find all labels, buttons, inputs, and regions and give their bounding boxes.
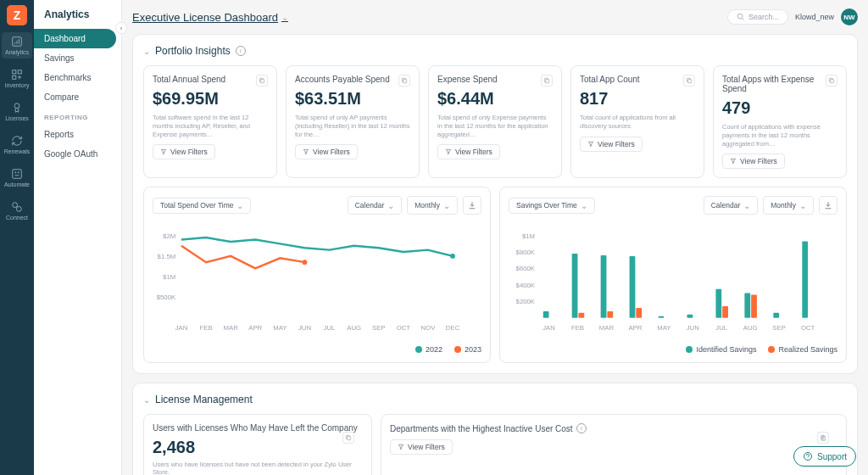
download-button[interactable]	[463, 196, 481, 215]
svg-text:MAR: MAR	[599, 324, 615, 332]
sidebar-item-dashboard[interactable]: Dashboard	[34, 29, 116, 48]
svg-point-8	[13, 203, 18, 208]
svg-text:SEP: SEP	[772, 324, 786, 332]
info-icon[interactable]: i	[236, 46, 246, 56]
svg-rect-5	[13, 170, 22, 179]
period-dropdown[interactable]: Monthly ⌄	[407, 196, 458, 215]
svg-rect-58	[744, 293, 750, 318]
legend-2023[interactable]: 2023	[454, 345, 481, 354]
user-label[interactable]: Klowd_new	[795, 13, 834, 21]
svg-text:AUG: AUG	[347, 324, 361, 332]
kpi-value: 479	[722, 98, 837, 118]
kpi-card-2: Expense Spend $6.44M Total spend of only…	[428, 65, 562, 178]
svg-rect-65	[822, 437, 826, 440]
collapse-sidebar-button[interactable]: ‹	[115, 22, 127, 34]
support-button[interactable]: Support	[793, 446, 856, 467]
svg-text:JUL: JUL	[715, 324, 727, 332]
svg-text:$800K: $800K	[516, 249, 536, 256]
copy-icon	[401, 77, 408, 84]
copy-icon	[259, 77, 265, 84]
svg-point-4	[14, 103, 19, 109]
copy-button[interactable]	[817, 432, 829, 444]
avatar[interactable]: NW	[841, 8, 858, 25]
legend-identified[interactable]: Identified Savings	[686, 345, 756, 354]
calendar-dropdown[interactable]: Calendar ⌄	[348, 196, 403, 215]
sidebar-item-savings[interactable]: Savings	[34, 48, 121, 68]
panel-header[interactable]: ⌄License Management	[143, 394, 847, 405]
copy-button[interactable]	[256, 75, 268, 87]
legend-2022[interactable]: 2022	[415, 345, 442, 354]
legend-realized[interactable]: Realized Savings	[768, 345, 837, 354]
rail-inventory[interactable]: Inventory	[5, 65, 30, 92]
copy-button[interactable]	[541, 75, 553, 87]
copy-button[interactable]	[342, 432, 354, 444]
sidebar-item-compare[interactable]: Compare	[34, 87, 121, 107]
refresh-icon	[11, 135, 23, 147]
users-left-card: Users with Licenses Who May Have Left th…	[143, 414, 372, 475]
total-spend-chart: Total Spend Over Time ⌄ Calendar ⌄ Month…	[143, 187, 491, 363]
view-filters-button[interactable]: View Filters	[580, 137, 643, 152]
sidebar-item-reports[interactable]: Reports	[34, 125, 121, 144]
view-filters-button[interactable]: View Filters	[437, 144, 500, 159]
svg-point-33	[303, 260, 308, 265]
svg-text:DEC: DEC	[446, 324, 460, 332]
rail-connect[interactable]: Connect	[6, 198, 28, 224]
copy-button[interactable]	[826, 75, 837, 87]
copy-icon	[828, 77, 835, 84]
chart-metric-dropdown[interactable]: Total Spend Over Time ⌄	[153, 198, 251, 214]
kpi-value: 817	[580, 89, 695, 109]
svg-rect-12	[403, 80, 407, 83]
rail-analytics[interactable]: Analytics	[2, 32, 32, 59]
view-filters-button[interactable]: View Filters	[722, 154, 785, 169]
calendar-dropdown[interactable]: Calendar ⌄	[704, 196, 759, 215]
kpi-title: Total Annual Spend	[153, 75, 268, 84]
license-icon	[11, 102, 23, 114]
svg-text:MAY: MAY	[657, 324, 670, 332]
svg-rect-63	[802, 242, 808, 318]
sidebar-title: Analytics	[34, 0, 121, 29]
svg-text:$500K: $500K	[157, 294, 176, 302]
svg-text:$1M: $1M	[163, 273, 175, 281]
download-button[interactable]	[819, 196, 837, 215]
view-filters-button[interactable]: View Filters	[153, 144, 215, 159]
svg-text:$1M: $1M	[522, 232, 535, 240]
svg-text:$200K: $200K	[516, 298, 536, 305]
topbar: Executive License Dashboard⌄ Search... K…	[132, 0, 858, 34]
sidebar-item-benchmarks[interactable]: Benchmarks	[34, 68, 121, 87]
kpi-title: Accounts Payable Spend	[295, 75, 410, 84]
svg-point-7	[18, 172, 19, 173]
dashboard-title-dropdown[interactable]: Executive License Dashboard⌄	[132, 11, 288, 24]
copy-icon	[543, 77, 550, 84]
copy-button[interactable]	[398, 75, 410, 87]
svg-rect-40	[543, 311, 549, 318]
search-icon	[737, 13, 745, 21]
svg-text:FEB: FEB	[200, 324, 213, 332]
main-content: Executive License Dashboard⌄ Search... K…	[122, 0, 868, 475]
rail-automate[interactable]: Automate	[4, 165, 30, 191]
chart-metric-dropdown[interactable]: Savings Over Time ⌄	[509, 198, 595, 214]
panel-header[interactable]: ⌄Portfolio Insightsi	[143, 45, 847, 57]
rail-renewals[interactable]: Renewals	[4, 131, 31, 158]
svg-rect-56	[722, 306, 728, 318]
svg-rect-46	[607, 311, 613, 318]
sidebar-item-google-oauth[interactable]: Google OAuth	[34, 144, 121, 164]
kpi-value: $63.51M	[295, 89, 410, 109]
rail-licenses[interactable]: Licenses	[5, 98, 29, 125]
svg-rect-55	[715, 289, 721, 318]
svg-text:OCT: OCT	[397, 324, 411, 332]
copy-button[interactable]	[683, 75, 695, 87]
svg-rect-45	[601, 255, 607, 318]
card-title: Users with Licenses Who May Have Left th…	[153, 423, 363, 433]
search-input[interactable]: Search...	[727, 9, 788, 25]
sidebar-reporting-header: REPORTING	[34, 107, 121, 125]
svg-rect-48	[630, 256, 636, 318]
view-filters-button[interactable]: View Filters	[295, 144, 358, 159]
svg-rect-51	[659, 316, 665, 318]
svg-text:$400K: $400K	[516, 282, 536, 289]
info-icon[interactable]: i	[576, 423, 587, 433]
period-dropdown[interactable]: Monthly ⌄	[763, 196, 814, 215]
kpi-title: Total Apps with Expense Spend	[722, 75, 837, 93]
view-filters-button[interactable]: View Filters	[390, 439, 453, 455]
link-icon	[11, 201, 23, 213]
kpi-title: Total App Count	[580, 75, 695, 84]
